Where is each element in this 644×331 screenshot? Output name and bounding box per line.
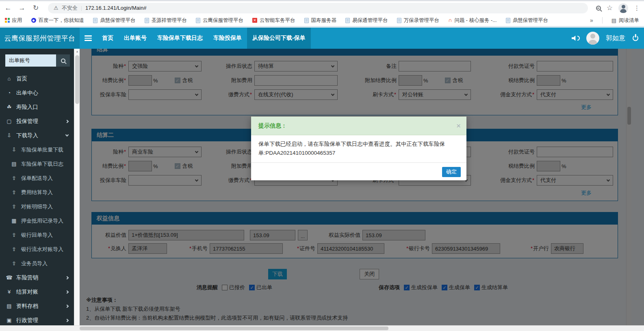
sidebar-item-marketing[interactable]: ☎ 车险营销	[0, 270, 74, 285]
bookmark-item[interactable]: ∩ 问题 - 核心服务 -...	[448, 17, 497, 24]
search-icon	[61, 58, 65, 63]
speaker-icon[interactable]	[572, 36, 580, 41]
sidebar-search-input[interactable]	[5, 54, 56, 67]
confirm-button[interactable]: 确定	[442, 167, 461, 177]
sidebar-sub-download-log[interactable]: ▤ 车险保单下载日志	[0, 157, 74, 171]
horizontal-scrollbar[interactable]	[0, 325, 644, 331]
import-icon: ⇧	[11, 232, 17, 238]
dialog-title: 提示信息：	[258, 122, 287, 130]
briefcase-icon: ▣	[6, 317, 13, 323]
sidebar-item-home[interactable]: ⌂ 首页	[0, 71, 74, 86]
bookmark-item[interactable]: 鼎慧保管理平台	[93, 17, 136, 24]
scrollbar-thumb[interactable]	[75, 55, 79, 104]
sidebar-search-button[interactable]	[56, 54, 70, 67]
import-icon: ⇧	[11, 175, 17, 181]
close-icon[interactable]: ×	[456, 122, 461, 130]
page-favicon	[397, 18, 401, 23]
chevron-right-icon	[65, 318, 69, 322]
sidebar-item-download-import[interactable]: ⇩ 下载导入	[0, 128, 74, 143]
sidebar-scrollbar[interactable]: ▲ ▼	[74, 49, 80, 331]
power-icon[interactable]	[633, 35, 638, 41]
scrollbar-thumb[interactable]	[80, 327, 388, 330]
sidebar-sub-batch-download[interactable]: ⇩ 车险保单批量下载	[0, 143, 74, 157]
back-icon[interactable]: ←	[4, 4, 12, 12]
bookmark-item[interactable]: 国寿服务器	[304, 17, 337, 24]
sidebar-search	[5, 54, 70, 67]
phone-icon: ☎	[6, 275, 13, 281]
sidebar-sub-bank-receipt-import[interactable]: ⇧ 银行回单导入	[0, 228, 74, 242]
chevron-right-icon	[65, 119, 69, 123]
bookmark-item[interactable]: 云鹰保服管理平台	[196, 17, 243, 24]
download-icon: ⇩	[11, 147, 17, 153]
sidebar-sub-salesman-import[interactable]: ⇧ 业务员导入	[0, 256, 74, 270]
leaf-icon: ☘	[6, 104, 13, 110]
issue-center-icon: ◔	[6, 90, 13, 96]
sidebar-item-settle-reconcile[interactable]: ¥ 结算对账	[0, 285, 74, 299]
page-favicon	[93, 18, 98, 23]
sidebar-sub-fee-settle-import[interactable]: ⇧ 费用结算导入	[0, 185, 74, 199]
brand-title: 云鹰保服郑州管理平台	[0, 28, 80, 49]
page-favicon	[345, 18, 350, 23]
security-warning-label: 不安全	[62, 4, 78, 12]
bookmark-item[interactable]: 鼎慧保管理平台	[506, 17, 549, 24]
nav-download-from-insurer[interactable]: 从保险公司下载-保单	[247, 28, 311, 49]
sidebar-sub-bank-flow-import[interactable]: ⇧ 银行流水对账导入	[0, 242, 74, 256]
sidebar-item-insure-mgmt[interactable]: ▢ 投保管理	[0, 114, 74, 128]
modal-backdrop	[80, 49, 644, 331]
address-bar[interactable]: ⚠ 不安全 | 172.16.1.241/Login/Main#	[48, 3, 588, 13]
import-icon: ⇧	[11, 189, 17, 195]
page-favicon	[304, 18, 309, 23]
username[interactable]: 郭如意	[606, 34, 625, 43]
page-favicon	[145, 18, 149, 23]
sidebar-item-life-entry[interactable]: ☘ 寿险入口	[0, 100, 74, 114]
nav-insure-form[interactable]: 车险投保单	[208, 28, 247, 49]
bookmarks-overflow-chevron[interactable]: »	[590, 17, 593, 24]
zoom-out-icon[interactable]	[596, 6, 601, 11]
sidebar-sub-deposit-record-import[interactable]: ▦ 押金抵用记录导入	[0, 214, 74, 228]
home-icon: ⌂	[6, 76, 13, 82]
sidebar-item-archive[interactable]: ▤ 资料存档	[0, 299, 74, 313]
user-avatar[interactable]	[586, 32, 599, 45]
chevron-down-icon	[65, 133, 69, 136]
message-dialog: 提示信息： × 保单下载已经启动，请在车险保单下载日志中查看进度。其中正在下载车…	[251, 117, 466, 180]
sidebar: ⌂ 首页 ◔ 出单中心 ☘ 寿险入口 ▢ 投保管理 ⇩ 下载导入 ⇩ 车险保单批…	[0, 49, 74, 331]
reading-list-icon: ▤	[611, 17, 616, 24]
sidebar-sub-policy-delivery-import[interactable]: ⇧ 保单配送导入	[0, 171, 74, 185]
chevron-right-icon	[65, 290, 69, 293]
archive-icon: ▤	[6, 303, 13, 309]
bookmarks-divider	[602, 17, 603, 24]
chevron-right-icon	[65, 304, 69, 307]
forward-icon[interactable]: →	[18, 4, 26, 12]
red-x-favicon: ✕	[252, 18, 257, 23]
browser-menu-icon[interactable]: ⋮	[634, 4, 640, 12]
bookmark-item[interactable]: 易保通管理平台	[345, 17, 388, 24]
import-icon: ⇧	[11, 246, 17, 252]
download-icon: ⇩	[6, 132, 13, 138]
bookmark-star-icon[interactable]: ☆	[607, 4, 613, 12]
reload-icon[interactable]: ↻	[32, 4, 40, 12]
import-icon: ⇧	[11, 260, 17, 266]
sidebar-sub-reconcile-detail-import[interactable]: ⇧ 对账明细导入	[0, 199, 74, 214]
bookmark-item[interactable]: 圣源祥管理平台	[145, 17, 187, 24]
nav-download-log[interactable]: 车险保单下载日志	[152, 28, 208, 49]
bookmark-item[interactable]: 百度一下，你就知道	[31, 17, 85, 24]
hamburger-menu-icon[interactable]	[80, 28, 97, 49]
url-text[interactable]: 172.16.1.241/Login/Main#	[85, 5, 146, 11]
import-icon: ⇧	[11, 203, 17, 210]
reading-list-button[interactable]: ▤ 阅读清单	[611, 17, 639, 24]
grid-icon: ▦	[11, 218, 17, 224]
omnibox-divider: |	[81, 5, 82, 11]
security-warning-icon[interactable]: ⚠	[54, 5, 59, 11]
bookmark-item[interactable]: ✕ 云智能车务平台	[252, 17, 295, 24]
bookmark-item[interactable]: 万保录管理平台	[397, 17, 440, 24]
bookmark-apps[interactable]: 应用	[5, 17, 22, 24]
nav-home[interactable]: 首页	[97, 28, 119, 49]
baidu-favicon	[31, 18, 36, 23]
dialog-message: 保单下载已经启动，请在车险保单下载日志中查看进度。其中正在下载车险保单:PDAA…	[251, 135, 466, 162]
sidebar-item-issue-center[interactable]: ◔ 出单中心	[0, 86, 74, 100]
header-right: 郭如意	[572, 28, 644, 49]
nav-issue-account[interactable]: 出单账号	[119, 28, 152, 49]
browser-profile-avatar[interactable]	[618, 3, 628, 13]
scroll-up-icon[interactable]: ▲	[74, 50, 80, 53]
page-favicon	[196, 18, 200, 23]
